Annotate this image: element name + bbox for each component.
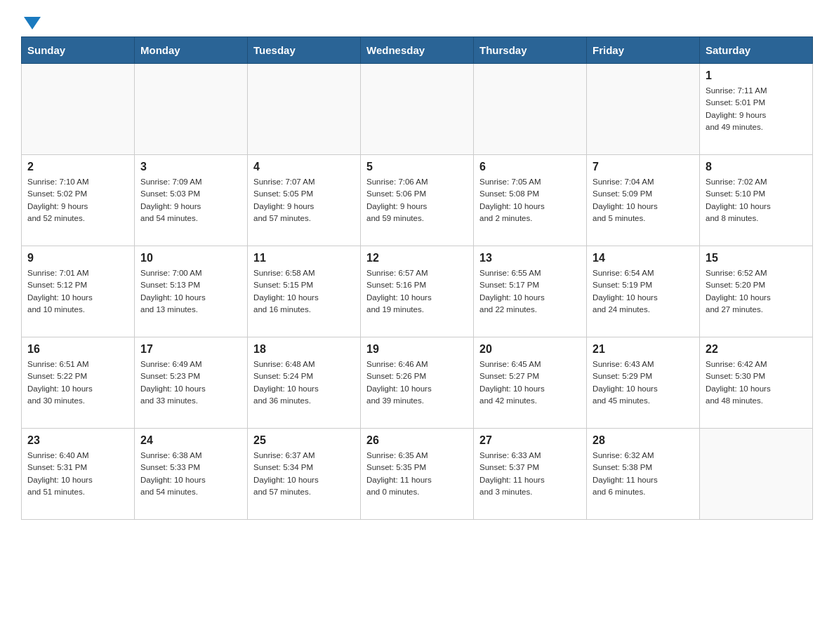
- calendar-cell: 9Sunrise: 7:01 AM Sunset: 5:12 PM Daylig…: [22, 246, 135, 337]
- day-number: 23: [27, 434, 128, 447]
- weekday-header-wednesday: Wednesday: [361, 37, 474, 64]
- calendar-cell: 17Sunrise: 6:49 AM Sunset: 5:23 PM Dayli…: [135, 337, 248, 429]
- calendar-cell: [700, 429, 813, 520]
- day-sun-info: Sunrise: 7:05 AM Sunset: 5:08 PM Dayligh…: [479, 176, 581, 224]
- calendar-cell: 15Sunrise: 6:52 AM Sunset: 5:20 PM Dayli…: [700, 246, 813, 337]
- day-sun-info: Sunrise: 6:58 AM Sunset: 5:15 PM Dayligh…: [253, 267, 355, 316]
- calendar-cell: 7Sunrise: 7:04 AM Sunset: 5:09 PM Daylig…: [587, 155, 700, 246]
- day-number: 12: [366, 252, 468, 264]
- day-number: 11: [253, 252, 355, 264]
- calendar-cell: 24Sunrise: 6:38 AM Sunset: 5:33 PM Dayli…: [135, 429, 248, 520]
- calendar-cell: 14Sunrise: 6:54 AM Sunset: 5:19 PM Dayli…: [587, 246, 700, 337]
- calendar-cell: 5Sunrise: 7:06 AM Sunset: 5:06 PM Daylig…: [361, 155, 474, 246]
- calendar-cell: 11Sunrise: 6:58 AM Sunset: 5:15 PM Dayli…: [248, 246, 361, 337]
- day-number: 26: [366, 434, 468, 447]
- day-number: 4: [253, 161, 355, 173]
- calendar-cell: 13Sunrise: 6:55 AM Sunset: 5:17 PM Dayli…: [474, 246, 587, 337]
- day-sun-info: Sunrise: 6:49 AM Sunset: 5:23 PM Dayligh…: [140, 358, 241, 407]
- day-sun-info: Sunrise: 6:46 AM Sunset: 5:26 PM Dayligh…: [366, 358, 468, 407]
- day-number: 28: [593, 434, 694, 447]
- day-sun-info: Sunrise: 7:09 AM Sunset: 5:03 PM Dayligh…: [140, 176, 241, 224]
- day-sun-info: Sunrise: 7:11 AM Sunset: 5:01 PM Dayligh…: [706, 85, 807, 133]
- calendar-cell: 1Sunrise: 7:11 AM Sunset: 5:01 PM Daylig…: [700, 64, 813, 155]
- day-number: 16: [27, 343, 128, 356]
- day-sun-info: Sunrise: 7:04 AM Sunset: 5:09 PM Dayligh…: [593, 176, 694, 224]
- calendar-week-row: 23Sunrise: 6:40 AM Sunset: 5:31 PM Dayli…: [22, 429, 813, 520]
- calendar-cell: 26Sunrise: 6:35 AM Sunset: 5:35 PM Dayli…: [361, 429, 474, 520]
- page-header: [21, 14, 813, 29]
- day-number: 17: [140, 343, 241, 356]
- day-number: 25: [253, 434, 355, 447]
- calendar-cell: 3Sunrise: 7:09 AM Sunset: 5:03 PM Daylig…: [135, 155, 248, 246]
- calendar-week-row: 9Sunrise: 7:01 AM Sunset: 5:12 PM Daylig…: [22, 246, 813, 337]
- calendar-cell: 16Sunrise: 6:51 AM Sunset: 5:22 PM Dayli…: [22, 337, 135, 429]
- calendar-cell: 27Sunrise: 6:33 AM Sunset: 5:37 PM Dayli…: [474, 429, 587, 520]
- day-sun-info: Sunrise: 6:55 AM Sunset: 5:17 PM Dayligh…: [479, 267, 581, 316]
- day-number: 6: [479, 161, 581, 173]
- calendar-week-row: 2Sunrise: 7:10 AM Sunset: 5:02 PM Daylig…: [22, 155, 813, 246]
- calendar-cell: [587, 64, 700, 155]
- day-number: 24: [140, 434, 241, 447]
- day-sun-info: Sunrise: 7:00 AM Sunset: 5:13 PM Dayligh…: [140, 267, 241, 316]
- day-sun-info: Sunrise: 6:40 AM Sunset: 5:31 PM Dayligh…: [27, 450, 128, 498]
- day-number: 2: [27, 161, 128, 173]
- day-number: 8: [706, 161, 807, 173]
- day-number: 27: [479, 434, 581, 447]
- calendar-cell: 19Sunrise: 6:46 AM Sunset: 5:26 PM Dayli…: [361, 337, 474, 429]
- calendar-table: SundayMondayTuesdayWednesdayThursdayFrid…: [21, 36, 813, 520]
- calendar-week-row: 1Sunrise: 7:11 AM Sunset: 5:01 PM Daylig…: [22, 64, 813, 155]
- day-sun-info: Sunrise: 6:52 AM Sunset: 5:20 PM Dayligh…: [706, 267, 807, 316]
- weekday-header-monday: Monday: [135, 37, 248, 64]
- day-sun-info: Sunrise: 6:42 AM Sunset: 5:30 PM Dayligh…: [706, 358, 807, 407]
- day-sun-info: Sunrise: 7:01 AM Sunset: 5:12 PM Dayligh…: [27, 267, 128, 316]
- day-sun-info: Sunrise: 7:02 AM Sunset: 5:10 PM Dayligh…: [706, 176, 807, 224]
- day-sun-info: Sunrise: 6:32 AM Sunset: 5:38 PM Dayligh…: [593, 450, 694, 498]
- weekday-header-thursday: Thursday: [474, 37, 587, 64]
- weekday-header-saturday: Saturday: [700, 37, 813, 64]
- day-sun-info: Sunrise: 6:37 AM Sunset: 5:34 PM Dayligh…: [253, 450, 355, 498]
- calendar-cell: 12Sunrise: 6:57 AM Sunset: 5:16 PM Dayli…: [361, 246, 474, 337]
- day-sun-info: Sunrise: 6:51 AM Sunset: 5:22 PM Dayligh…: [27, 358, 128, 407]
- day-number: 5: [366, 161, 468, 173]
- calendar-cell: 25Sunrise: 6:37 AM Sunset: 5:34 PM Dayli…: [248, 429, 361, 520]
- day-sun-info: Sunrise: 6:35 AM Sunset: 5:35 PM Dayligh…: [366, 450, 468, 498]
- calendar-week-row: 16Sunrise: 6:51 AM Sunset: 5:22 PM Dayli…: [22, 337, 813, 429]
- calendar-cell: [22, 64, 135, 155]
- day-sun-info: Sunrise: 6:48 AM Sunset: 5:24 PM Dayligh…: [253, 358, 355, 407]
- day-sun-info: Sunrise: 6:38 AM Sunset: 5:33 PM Dayligh…: [140, 450, 241, 498]
- day-sun-info: Sunrise: 7:07 AM Sunset: 5:05 PM Dayligh…: [253, 176, 355, 224]
- weekday-header-tuesday: Tuesday: [248, 37, 361, 64]
- calendar-cell: 18Sunrise: 6:48 AM Sunset: 5:24 PM Dayli…: [248, 337, 361, 429]
- day-number: 15: [706, 252, 807, 264]
- day-number: 19: [366, 343, 468, 356]
- calendar-cell: 23Sunrise: 6:40 AM Sunset: 5:31 PM Dayli…: [22, 429, 135, 520]
- day-number: 13: [479, 252, 581, 264]
- weekday-header-friday: Friday: [587, 37, 700, 64]
- day-number: 7: [593, 161, 694, 173]
- calendar-cell: 20Sunrise: 6:45 AM Sunset: 5:27 PM Dayli…: [474, 337, 587, 429]
- day-number: 10: [140, 252, 241, 264]
- calendar-cell: 21Sunrise: 6:43 AM Sunset: 5:29 PM Dayli…: [587, 337, 700, 429]
- calendar-cell: 8Sunrise: 7:02 AM Sunset: 5:10 PM Daylig…: [700, 155, 813, 246]
- day-number: 14: [593, 252, 694, 264]
- logo-triangle-icon: [24, 17, 41, 29]
- calendar-cell: [248, 64, 361, 155]
- calendar-cell: [361, 64, 474, 155]
- calendar-cell: 4Sunrise: 7:07 AM Sunset: 5:05 PM Daylig…: [248, 155, 361, 246]
- weekday-header-sunday: Sunday: [22, 37, 135, 64]
- day-number: 1: [706, 69, 807, 82]
- calendar-cell: 2Sunrise: 7:10 AM Sunset: 5:02 PM Daylig…: [22, 155, 135, 246]
- logo: [21, 14, 41, 29]
- calendar-cell: [135, 64, 248, 155]
- day-number: 9: [27, 252, 128, 264]
- calendar-cell: [474, 64, 587, 155]
- day-number: 18: [253, 343, 355, 356]
- calendar-cell: 6Sunrise: 7:05 AM Sunset: 5:08 PM Daylig…: [474, 155, 587, 246]
- calendar-cell: 28Sunrise: 6:32 AM Sunset: 5:38 PM Dayli…: [587, 429, 700, 520]
- weekday-header-row: SundayMondayTuesdayWednesdayThursdayFrid…: [22, 37, 813, 64]
- day-number: 22: [706, 343, 807, 356]
- day-sun-info: Sunrise: 7:06 AM Sunset: 5:06 PM Dayligh…: [366, 176, 468, 224]
- calendar-cell: 22Sunrise: 6:42 AM Sunset: 5:30 PM Dayli…: [700, 337, 813, 429]
- day-number: 21: [593, 343, 694, 356]
- day-sun-info: Sunrise: 6:54 AM Sunset: 5:19 PM Dayligh…: [593, 267, 694, 316]
